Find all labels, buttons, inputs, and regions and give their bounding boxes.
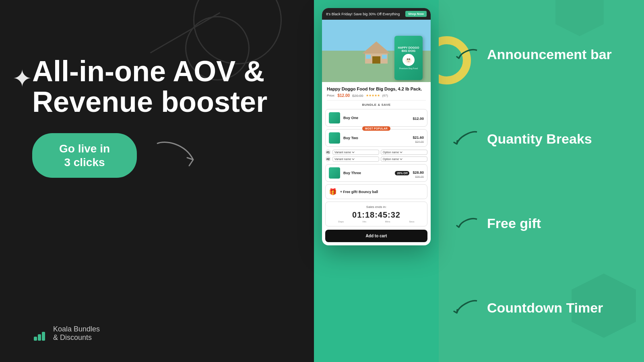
bundle-thumb-1 [329, 112, 340, 123]
svg-point-14 [408, 61, 409, 62]
countdown-sublabels: Days Hrs Mins Secs [329, 220, 424, 223]
svg-point-13 [409, 59, 410, 60]
product-info: Happy Doggo Food for Big Dogs, 4.2 lb Pa… [322, 82, 431, 107]
arrow-gift-icon [455, 215, 479, 231]
feature-row-countdown: Countdown Timer [487, 300, 620, 316]
feature-name-announcement: Announcement bar [487, 47, 620, 62]
arrow-icon [153, 136, 201, 176]
secs-label: Secs [409, 220, 414, 223]
days-label: Days [338, 220, 344, 223]
product-image: HAPPY DOGGO BIG DOG [322, 20, 431, 82]
svg-point-12 [407, 59, 409, 60]
chevron-down-icon-2 [400, 151, 402, 154]
hrs-label: Hrs [363, 220, 366, 223]
free-gift-row: 🎁 + Free gift! Bouncy ball [325, 184, 427, 199]
dog-food-box: HAPPY DOGGO BIG DOG [394, 36, 423, 80]
main-heading: All-in-one AOV & Revenue booster [32, 56, 290, 117]
feature-row-gift: Free gift [487, 216, 620, 231]
bundle-label-2: Buy Two [343, 136, 409, 140]
price-row: Price: $12.00 $20.00 ★★★★★ (67) [327, 93, 426, 98]
feature-name-countdown: Countdown Timer [487, 300, 620, 316]
cta-button[interactable]: Go live in 3 clicks [32, 133, 137, 178]
house-svg [360, 39, 392, 64]
countdown-label: Sales ends in: [329, 205, 424, 209]
feature-row-announcement: Announcement bar [487, 47, 620, 62]
svg-rect-5 [372, 56, 380, 64]
chevron-down-icon-3 [352, 158, 355, 160]
bundle-header: BUNDLE & SAVE [327, 100, 426, 107]
product-name: Happy Doggo Food for Big Dogs, 4.2 lb Pa… [327, 86, 426, 92]
variant-num-2: #2 [325, 156, 331, 162]
free-gift-text: + Free gift! Bouncy ball [340, 190, 378, 194]
svg-rect-2 [42, 332, 45, 341]
bundle-option-1[interactable]: Buy One $12.00 [325, 109, 427, 127]
logo: Koala Bundles & Discounts [32, 325, 290, 342]
product-image-area: HAPPY DOGGO BIG DOG [322, 20, 431, 82]
most-popular-badge: MOST POPULAR [362, 126, 390, 131]
gift-icon: 🎁 [329, 188, 337, 195]
bundle-label-1: Buy One [343, 116, 409, 120]
arrow-countdown-icon [451, 298, 479, 318]
cta-row: Go live in 3 clicks [32, 133, 290, 178]
chevron-down-icon-1 [352, 151, 355, 154]
bundle-thumb-2 [329, 132, 340, 144]
variant-select-2[interactable]: Variant name [332, 156, 379, 162]
bundle-price-1: $12.00 [413, 114, 424, 121]
svg-rect-6 [366, 55, 371, 59]
phone-mockup: It's Black Friday! Save big 30% Off Ever… [322, 8, 431, 245]
variant-num-1: #1 [325, 149, 331, 155]
logo-brand-text: Koala Bundles & Discounts [53, 325, 100, 342]
middle-panel: It's Black Friday! Save big 30% Off Ever… [314, 0, 439, 362]
variant-row-1: #1 Variant name Option name [325, 149, 427, 155]
svg-marker-3 [362, 41, 390, 53]
variant-select-1[interactable]: Variant name [332, 150, 379, 155]
variant-name-label-2: Variant name [334, 158, 351, 160]
countdown-section: Sales ends in: 01:18:45:32 Days Hrs Mins… [325, 202, 427, 226]
star-deco: ✦ [12, 64, 32, 93]
bundle-price-2: $21.60 $24.00 [413, 133, 424, 143]
variant-row-2: #2 Variant name Option name [325, 156, 427, 162]
logo-brand: Koala Bundles [53, 325, 100, 333]
koala-logo-icon [32, 325, 48, 341]
cta-label: Go live in 3 clicks [59, 142, 110, 169]
announcement-bar: It's Black Friday! Save big 30% Off Ever… [322, 8, 431, 20]
svg-rect-1 [38, 334, 41, 341]
variant-name-label-1: Variant name [334, 151, 351, 154]
right-panel: Announcement bar Quantity Breaks Free gi… [439, 0, 644, 362]
announcement-text: It's Black Friday! Save big 30% Off Ever… [326, 12, 403, 16]
review-count: (67) [382, 94, 388, 97]
discount-badge: 20% Off [395, 171, 409, 175]
option-select-2[interactable]: Option name [381, 156, 427, 162]
current-price: $12.00 [337, 93, 350, 98]
arrow-quantity-icon [451, 129, 479, 149]
option-name-label-2: Option name [383, 158, 399, 160]
shop-now-button[interactable]: Shop Now [405, 11, 427, 17]
option-select-1[interactable]: Option name [381, 150, 427, 155]
price-label: Price: [327, 94, 335, 97]
bundle-label-3: Buy Three [343, 171, 390, 175]
bundle-option-2[interactable]: MOST POPULAR Buy Two $21.60 $24.00 [325, 129, 427, 147]
original-price: $20.00 [352, 94, 363, 98]
feature-name-quantity: Quantity Breaks [487, 131, 620, 147]
option-name-label-1: Option name [383, 151, 399, 154]
feature-row-quantity: Quantity Breaks [487, 131, 620, 147]
svg-rect-7 [382, 55, 387, 59]
left-panel: ✦ All-in-one AOV & Revenue booster Go li… [0, 0, 314, 362]
bundle-price-3: $28.80 $36.00 [413, 168, 424, 178]
svg-rect-0 [34, 337, 37, 341]
chevron-down-icon-4 [400, 158, 402, 160]
star-rating: ★★★★★ [366, 94, 380, 97]
circle-deco-top [555, 0, 604, 36]
countdown-timer: 01:18:45:32 [329, 210, 424, 220]
arrow-announcement-icon [455, 46, 479, 62]
add-to-cart-button[interactable]: Add to cart [325, 230, 427, 242]
bundle-thumb-3 [329, 167, 340, 179]
mins-label: Mins [385, 220, 390, 223]
logo-tagline: & Discounts [53, 333, 100, 342]
bundle-option-3[interactable]: Buy Three 20% Off $28.80 $36.00 [325, 164, 427, 182]
feature-name-gift: Free gift [487, 216, 620, 231]
